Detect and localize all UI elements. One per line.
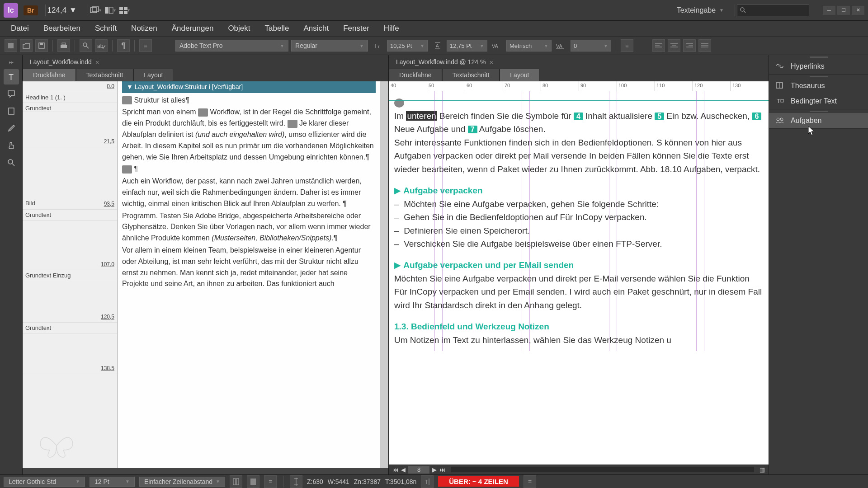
find-icon[interactable] xyxy=(80,39,92,52)
page-number[interactable]: 8 xyxy=(408,466,429,474)
menu-objekt[interactable]: Objekt xyxy=(222,21,256,36)
new-icon[interactable] xyxy=(5,39,17,52)
save-icon[interactable] xyxy=(35,39,48,52)
next-page-icon[interactable]: ▶ xyxy=(432,466,437,473)
prev-page-icon[interactable]: ◀ xyxy=(401,466,406,473)
svg-text:T: T xyxy=(373,42,377,49)
stat-t: T:3501,08n xyxy=(385,478,416,485)
menu-bearbeiten[interactable]: Bearbeiten xyxy=(37,21,87,36)
menu-schrift[interactable]: Schrift xyxy=(89,21,123,36)
align-justify-icon[interactable] xyxy=(698,39,711,52)
close-icon[interactable]: × xyxy=(95,58,99,66)
column-icon[interactable] xyxy=(230,475,242,488)
split-view-icon[interactable]: ▥ xyxy=(760,466,765,473)
close-button[interactable]: ✕ xyxy=(852,6,864,15)
eyedropper-tool[interactable] xyxy=(4,121,19,136)
view-options-icon[interactable]: ▾ xyxy=(119,5,131,16)
anchor-icon xyxy=(122,165,132,174)
tool-strip: ▸▸ T xyxy=(0,55,23,474)
pilcrow-icon[interactable]: ¶ xyxy=(117,39,130,52)
workspace-label: Texteingabe xyxy=(677,6,716,14)
tab-layout[interactable]: Layout xyxy=(133,69,173,81)
panel-dock: Hyperlinks Thesaurus TBedingter Text Auf… xyxy=(769,55,868,474)
menu-notizen[interactable]: Notizen xyxy=(125,21,164,36)
spellcheck-icon[interactable]: ab xyxy=(95,39,108,52)
panel-bedingter-text[interactable]: TBedingter Text xyxy=(769,94,868,109)
tab-druckfahne-2[interactable]: Druckfahne xyxy=(389,69,442,81)
bridge-badge[interactable]: Br xyxy=(24,5,38,15)
svg-rect-5 xyxy=(124,7,127,10)
menu-tabelle[interactable]: Tabelle xyxy=(259,21,296,36)
anchor-icon xyxy=(288,120,297,128)
para-controls-icon[interactable]: ≡ xyxy=(621,39,633,52)
menu-fenster[interactable]: Fenster xyxy=(337,21,376,36)
story-bar[interactable]: ▼ Layout_Workflow:Struktur i [Verfügbar] xyxy=(122,81,376,93)
h-scrollbar[interactable] xyxy=(451,467,754,472)
layout-page[interactable]: Im unteren Bereich finden Sie die Symbol… xyxy=(389,91,769,351)
depth-ruler-icon[interactable] xyxy=(290,475,302,488)
font-size-combo[interactable]: 10,25 Pt▼ xyxy=(387,40,428,52)
tracking-combo[interactable]: 0▼ xyxy=(571,40,611,52)
anchor-icon xyxy=(198,108,208,117)
copyfit-icon[interactable]: T xyxy=(421,475,434,488)
first-page-icon[interactable]: ⏮ xyxy=(392,466,398,473)
search-input[interactable] xyxy=(737,5,809,16)
hamburger-icon[interactable]: ≡ xyxy=(264,475,277,488)
tab-textabschnitt[interactable]: Textabschnitt xyxy=(76,69,134,81)
menu-ansicht[interactable]: Ansicht xyxy=(297,21,335,36)
svg-rect-13 xyxy=(61,45,67,48)
maximize-button[interactable]: ☐ xyxy=(837,6,850,15)
tab-layout-2[interactable]: Layout xyxy=(500,69,539,81)
align-center-icon[interactable] xyxy=(668,39,680,52)
menu-datei[interactable]: Datei xyxy=(5,21,35,36)
svg-text:A: A xyxy=(436,43,439,48)
hand-tool[interactable] xyxy=(4,138,19,153)
svg-text:T: T xyxy=(777,98,780,104)
document-tab-2[interactable]: Layout_Workflow.indd @ 124 % × xyxy=(389,55,769,69)
note-tool[interactable] xyxy=(4,86,19,102)
screen-mode-icon[interactable]: ▾ xyxy=(90,5,102,16)
position-tool[interactable] xyxy=(4,103,19,119)
h-scrollbar[interactable] xyxy=(23,468,388,474)
zoom-combo[interactable]: 124,4 ▼ xyxy=(47,6,77,15)
close-icon[interactable]: × xyxy=(489,58,493,66)
tab-textabschnitt-2[interactable]: Textabschnitt xyxy=(442,69,500,81)
panel-hyperlinks[interactable]: Hyperlinks xyxy=(769,59,868,74)
menu-aenderungen[interactable]: Änderungen xyxy=(165,21,220,36)
status-size-combo[interactable]: 12 Pt▼ xyxy=(90,477,135,487)
type-tool[interactable]: T xyxy=(4,69,19,84)
svg-rect-39 xyxy=(9,108,14,114)
align-right-icon[interactable] xyxy=(683,39,696,52)
last-page-icon[interactable]: ⏭ xyxy=(439,466,445,473)
scrollbar[interactable] xyxy=(380,81,388,468)
heading-aufgabe-email: Aufgabe verpacken und per EMail senden xyxy=(403,260,574,270)
leading-combo[interactable]: 12,75 Pt▼ xyxy=(447,40,487,52)
tab-druckfahne[interactable]: Druckfahne xyxy=(23,69,76,81)
workspace-combo[interactable]: Texteingabe ▼ xyxy=(677,6,724,14)
document-tab-1[interactable]: Layout_Workflow.indd × xyxy=(23,55,388,69)
tracking-icon: VA xyxy=(554,40,568,52)
zoom-tool[interactable] xyxy=(4,155,19,170)
hamburger-icon[interactable]: ≡ xyxy=(139,39,152,52)
arrange-icon[interactable]: ▾ xyxy=(104,5,116,16)
kerning-combo[interactable]: Metrisch▼ xyxy=(506,40,552,52)
svg-rect-4 xyxy=(119,7,123,10)
heading-aufgabe-verpacken: Aufgabe verpacken xyxy=(403,186,482,195)
panel-aufgaben[interactable]: Aufgaben xyxy=(769,113,868,128)
minimize-button[interactable]: ─ xyxy=(823,6,835,15)
app-icon: Ic xyxy=(4,3,18,18)
menu-hilfe[interactable]: Hilfe xyxy=(377,21,406,36)
open-icon[interactable] xyxy=(20,39,33,52)
column-icon-2[interactable] xyxy=(247,475,259,488)
stat-z: Z:630 xyxy=(307,478,323,485)
status-spacing-combo[interactable]: Einfacher Zeilenabstand▼ xyxy=(139,477,225,487)
panel-thesaurus[interactable]: Thesaurus xyxy=(769,78,868,94)
galley-text[interactable]: ▼ Layout_Workflow:Struktur i [Verfügbar]… xyxy=(118,81,380,468)
align-left-icon[interactable] xyxy=(652,39,665,52)
font-family-combo[interactable]: Adobe Text Pro▼ xyxy=(175,40,288,52)
hamburger-icon[interactable]: ≡ xyxy=(524,475,536,488)
badge-5: 5 xyxy=(655,113,664,120)
status-font-combo[interactable]: Letter Gothic Std▼ xyxy=(4,477,85,487)
print-icon[interactable] xyxy=(57,39,70,52)
font-style-combo[interactable]: Regular▼ xyxy=(291,40,368,52)
